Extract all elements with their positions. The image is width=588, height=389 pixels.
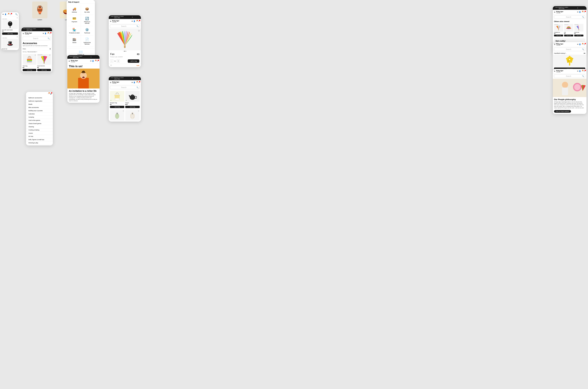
fan-close-btn[interactable]: ✕ <box>125 17 140 18</box>
add-foldable-fan-btn[interactable]: Add to bag <box>554 34 563 36</box>
cat-dolls[interactable]: Dolls, figures & small toys <box>26 138 53 141</box>
misting-search[interactable]: Search 🔍 <box>554 48 585 51</box>
people-email-icon[interactable]: ✉ <box>577 70 578 72</box>
qty-plus-btn[interactable]: + <box>117 60 120 63</box>
support-my-order[interactable]: 📦 My order <box>81 5 94 15</box>
viewed-cart-icon[interactable]: 🛒2 <box>583 11 585 13</box>
hamburger-icon[interactable]: ≡ <box>23 32 24 35</box>
cat-classic-board[interactable]: Classic board games <box>26 122 53 125</box>
add-shopper-btn[interactable]: Add to bag <box>110 106 124 108</box>
heart-icon-2[interactable]: ♡ <box>17 36 18 38</box>
heart-lantern-2[interactable]: ♡ <box>138 110 139 112</box>
fan-wishlist-icon[interactable]: ♡4 <box>136 20 137 22</box>
viewed-email-icon[interactable]: ✉ <box>577 11 578 13</box>
cat-dressing[interactable]: Dressing & play <box>26 141 53 145</box>
viewed-hamburger[interactable]: ≡ <box>554 11 555 13</box>
search-icon[interactable]: 🔍 <box>15 13 18 15</box>
add-hat-btn[interactable]: Add to bag <box>564 34 573 36</box>
cat-cart-icon[interactable]: 🛒2 <box>50 93 52 95</box>
sort-value[interactable]: Recommended <box>28 51 36 53</box>
listing-hamburger[interactable]: ≡ <box>110 81 111 84</box>
people-account-icon[interactable]: 👤 <box>579 70 581 72</box>
heart-fan[interactable]: ♡ <box>49 54 51 56</box>
filter-icon[interactable]: ⚙ <box>49 48 51 50</box>
listing-account-icon[interactable]: 👤 <box>133 82 135 83</box>
close-banner-btn[interactable]: ✕ <box>37 29 51 30</box>
add-tote-btn[interactable]: Add to bag <box>23 69 36 71</box>
misting-email[interactable]: ✉ <box>577 43 578 45</box>
add-handheld2-btn[interactable]: Add to bag <box>574 34 583 36</box>
misting-search-icon[interactable]: 🔍 <box>582 48 584 50</box>
about-account-icon[interactable]: 👤 <box>92 60 94 62</box>
email-icon[interactable]: ✉ <box>43 32 44 34</box>
cat-covers[interactable]: Covers <box>26 132 53 135</box>
fan-cart-icon[interactable]: 🛒2 <box>138 20 140 22</box>
listing-email-icon[interactable]: ✉ <box>131 82 133 83</box>
heart-lantern-1[interactable]: ♡ <box>123 110 124 112</box>
people-search[interactable]: Search 🔍 <box>554 74 585 78</box>
fan-add-to-bag-btn[interactable]: Add to bag <box>128 59 139 63</box>
about-close-btn[interactable]: ✕ <box>83 56 98 58</box>
viewed-search[interactable]: Search 🔍 <box>554 15 585 19</box>
about-email-icon[interactable]: ✉ <box>90 60 91 62</box>
heart-icon-1[interactable]: ♡ <box>17 17 18 19</box>
fan-hamburger[interactable]: ≡ <box>110 20 111 23</box>
dot-3[interactable] <box>126 51 127 52</box>
people-hamburger[interactable]: ≡ <box>554 70 555 72</box>
support-stores[interactable]: 🏬 Stores <box>68 36 81 47</box>
misting-wishlist[interactable]: ♡4 <box>581 43 583 45</box>
add-teapot-btn[interactable]: Add to bag <box>125 106 140 108</box>
filters-label[interactable]: Filters <box>23 48 26 50</box>
about-hamburger[interactable]: ≡ <box>68 60 70 62</box>
fan-search-icon[interactable]: 🔍 <box>136 25 139 27</box>
viewed-close-btn[interactable]: ✕ <box>570 7 586 9</box>
support-invoices[interactable]: 📄 Solicitud de facturas <box>81 36 94 47</box>
cart-icon[interactable]: 🛒2 <box>49 32 51 34</box>
cat-wishlist-icon[interactable]: ♡4 <box>48 93 49 95</box>
cat-camping[interactable]: Camping <box>26 116 53 119</box>
listing-search-icon[interactable]: 🔍 <box>136 87 139 89</box>
wishlist-icon[interactable]: ♡4 <box>47 32 48 34</box>
qty-minus-btn[interactable]: − <box>110 60 113 63</box>
viewed-search-icon[interactable]: 🔍 <box>582 16 584 18</box>
misting-account[interactable]: 👤 <box>579 43 581 45</box>
people-manifesto-btn[interactable]: Read our People manifesto! <box>554 110 571 113</box>
account-icon[interactable]: 👤 <box>45 32 46 34</box>
dot-1[interactable] <box>123 51 124 52</box>
support-returns[interactable]: 🔄 Returns & refunds <box>81 15 94 26</box>
cat-beads[interactable]: Beads <box>26 103 53 106</box>
listing-search[interactable]: Search 🔍 <box>110 86 140 89</box>
cat-building-toys[interactable]: Building toys & puzzles <box>26 109 53 112</box>
people-cart-icon[interactable]: 🛒2 <box>583 70 585 72</box>
viewed-wishlist-icon[interactable]: ♡4 <box>581 11 583 13</box>
fan-email-icon[interactable]: ✉ <box>131 20 133 22</box>
people-search-icon[interactable]: 🔍 <box>582 75 584 77</box>
fan-search[interactable]: Search 🔍 <box>110 25 140 28</box>
cat-cleaning[interactable]: Cleaning <box>26 125 53 129</box>
cat-bike-accessories[interactable]: Bike accessories <box>26 106 53 109</box>
support-payment[interactable]: 💳 Payment <box>68 15 81 26</box>
fan-wishlist-btn[interactable]: ♡ <box>110 65 112 66</box>
cat-cooking-baking[interactable]: Cooking & baking <box>26 129 53 132</box>
fan-account-icon[interactable]: 👤 <box>133 20 135 22</box>
cat-diy-kits[interactable]: DIY kits <box>26 135 53 138</box>
cat-bathroom-accessories[interactable]: Bathroom accessories <box>26 96 53 99</box>
cat-bathroom-organization[interactable]: Bathroom organization <box>26 99 53 103</box>
listing-wishlist-icon[interactable]: ♡4 <box>136 82 137 83</box>
about-cart-icon[interactable]: 🛒2 <box>97 60 98 62</box>
listing-cart-icon[interactable]: 🛒2 <box>138 82 140 83</box>
add-to-bag-1[interactable]: Add to bag <box>2 32 18 35</box>
fan-heart[interactable]: ♡ <box>138 30 140 32</box>
support-delivery[interactable]: 🚚 Delivery <box>68 5 81 15</box>
listing-close-btn[interactable]: ✕ <box>125 78 140 79</box>
search-bar[interactable]: Search 🔍 <box>23 37 51 40</box>
viewed-account-icon[interactable]: 👤 <box>579 11 581 13</box>
about-wishlist-icon[interactable]: ♡4 <box>95 60 96 62</box>
misting-cart[interactable]: 🛒2 <box>583 43 585 45</box>
search-icon-accessories[interactable]: 🔍 <box>48 37 50 39</box>
support-technical[interactable]: ⚙️ Technical <box>81 26 94 36</box>
cat-card-dice[interactable]: Card & dice games <box>26 119 53 122</box>
support-products-stock[interactable]: 🏪 Products & stock <box>68 26 81 36</box>
cat-calendars[interactable]: Calendars <box>26 112 53 116</box>
add-fan-btn[interactable]: Add to bag <box>37 69 51 71</box>
